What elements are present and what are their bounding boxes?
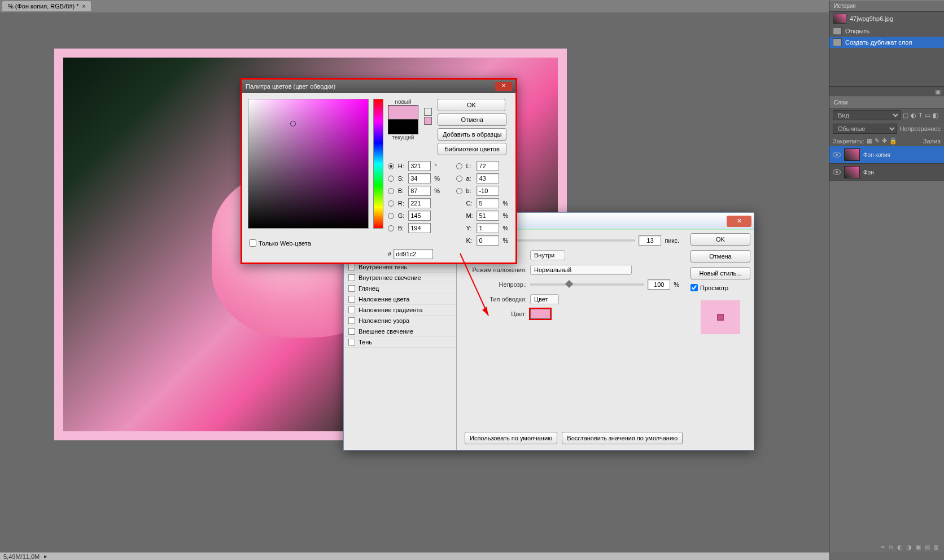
lock-brush-icon[interactable]: ✎ bbox=[875, 137, 880, 145]
effect-checkbox[interactable] bbox=[348, 296, 355, 303]
s-radio[interactable] bbox=[388, 176, 394, 182]
bright-input[interactable] bbox=[408, 186, 431, 196]
stroke-type-select[interactable]: Цвет bbox=[530, 294, 559, 304]
adjustment-icon[interactable]: ◑ bbox=[906, 544, 912, 551]
lock-position-icon[interactable]: ✥ bbox=[882, 137, 887, 145]
document-tab[interactable]: % (Фон копия, RGB/8#) * × bbox=[2, 1, 91, 11]
layer-row[interactable]: Фон bbox=[829, 164, 944, 181]
color-field[interactable] bbox=[248, 99, 369, 229]
effect-checkbox[interactable] bbox=[348, 274, 355, 281]
hex-input[interactable] bbox=[394, 249, 433, 259]
cancel-button[interactable]: Отмена bbox=[690, 250, 750, 262]
gamut-warning-icon[interactable] bbox=[424, 108, 432, 116]
effect-checkbox[interactable] bbox=[348, 285, 355, 292]
preview-check-input[interactable] bbox=[690, 284, 698, 291]
cancel-button[interactable]: Отмена bbox=[438, 113, 506, 126]
layer-style-effect-item[interactable]: Внутреннее свечение bbox=[344, 273, 456, 283]
new-color-swatch[interactable] bbox=[388, 105, 418, 120]
bv-radio[interactable] bbox=[388, 225, 394, 231]
y-input[interactable] bbox=[477, 223, 499, 233]
web-only-checkbox[interactable]: Только Web-цвета bbox=[249, 239, 311, 247]
add-swatch-button[interactable]: Добавить в образцы bbox=[438, 128, 506, 141]
r-input[interactable] bbox=[408, 198, 431, 208]
mask-icon[interactable]: ◐ bbox=[897, 544, 903, 551]
b-radio[interactable] bbox=[388, 188, 394, 194]
hue-slider[interactable] bbox=[373, 99, 383, 229]
web-only-check-input[interactable] bbox=[249, 239, 256, 247]
layer-style-effect-item[interactable]: Внешнее свечение bbox=[344, 326, 456, 337]
new-layer-icon[interactable]: ▤ bbox=[924, 544, 930, 551]
close-icon[interactable]: × bbox=[82, 3, 85, 10]
ok-button[interactable]: OK bbox=[690, 233, 750, 246]
position-select[interactable]: Внутри bbox=[530, 250, 565, 260]
current-color-swatch[interactable] bbox=[388, 120, 418, 134]
layer-style-effect-item[interactable]: Наложение градиента bbox=[344, 305, 456, 316]
effect-checkbox[interactable] bbox=[348, 339, 355, 345]
filter-text-icon[interactable]: T bbox=[919, 112, 923, 119]
blend-mode-select[interactable]: Нормальный bbox=[530, 265, 632, 275]
lab-b-radio[interactable] bbox=[456, 188, 462, 194]
filter-adjust-icon[interactable]: ◐ bbox=[911, 112, 916, 119]
layer-row[interactable]: Фон копия bbox=[829, 146, 944, 164]
a-input[interactable] bbox=[477, 173, 499, 183]
close-icon[interactable]: ✕ bbox=[727, 216, 751, 227]
layers-panel-header[interactable]: Слои bbox=[829, 97, 944, 108]
effect-checkbox[interactable] bbox=[348, 307, 355, 313]
history-file-row[interactable]: 47jwpg9hp6.jpg bbox=[829, 12, 944, 25]
blue-input[interactable] bbox=[408, 223, 431, 233]
l-input[interactable] bbox=[477, 161, 499, 171]
stroke-color-swatch[interactable] bbox=[530, 309, 550, 319]
layer-style-effect-item[interactable]: Наложение цвета bbox=[344, 294, 456, 305]
filter-shape-icon[interactable]: ▭ bbox=[925, 112, 930, 119]
k-input[interactable] bbox=[477, 235, 499, 246]
filter-pixel-icon[interactable]: ▢ bbox=[903, 112, 908, 119]
layer-style-effect-item[interactable]: Тень bbox=[344, 337, 456, 348]
size-input[interactable] bbox=[639, 235, 661, 246]
g-input[interactable] bbox=[408, 211, 431, 221]
g-radio[interactable] bbox=[388, 213, 394, 219]
filter-smart-icon[interactable]: ◧ bbox=[933, 112, 938, 119]
lock-transparent-icon[interactable]: ▦ bbox=[867, 137, 872, 145]
layer-style-effect-item[interactable]: Наложение узора bbox=[344, 316, 456, 326]
history-step[interactable]: Открыть bbox=[829, 25, 944, 37]
h-radio[interactable] bbox=[388, 163, 394, 169]
color-libraries-button[interactable]: Библиотеки цветов bbox=[438, 143, 506, 155]
h-input[interactable] bbox=[408, 161, 431, 171]
c-input[interactable] bbox=[477, 198, 499, 208]
group-icon[interactable]: ▣ bbox=[915, 544, 921, 551]
history-panel-header[interactable]: История bbox=[829, 0, 944, 12]
a-radio[interactable] bbox=[456, 176, 462, 182]
layer-name[interactable]: Фон копия bbox=[863, 152, 890, 158]
close-icon[interactable]: ✕ bbox=[495, 82, 512, 91]
fx-icon[interactable]: fx bbox=[889, 544, 894, 550]
layer-name[interactable]: Фон bbox=[863, 169, 874, 176]
l-radio[interactable] bbox=[456, 163, 462, 169]
websafe-icon[interactable] bbox=[424, 117, 432, 125]
visibility-icon[interactable] bbox=[833, 152, 841, 158]
opacity-slider[interactable] bbox=[530, 283, 644, 286]
link-icon[interactable]: ⚭ bbox=[880, 544, 885, 551]
color-picker-titlebar[interactable]: Палитра цветов (цвет обводки) ✕ bbox=[242, 80, 515, 93]
lock-all-icon[interactable]: 🔒 bbox=[889, 137, 897, 145]
effect-checkbox[interactable] bbox=[348, 328, 355, 335]
r-radio[interactable] bbox=[388, 200, 394, 207]
lab-b-input[interactable] bbox=[477, 186, 499, 196]
chevron-right-icon[interactable]: ▸ bbox=[44, 553, 47, 560]
visibility-icon[interactable] bbox=[833, 169, 841, 175]
effect-checkbox[interactable] bbox=[348, 317, 355, 324]
layer-filter-select[interactable]: Вид bbox=[833, 110, 901, 120]
right-panel-stack: История 47jwpg9hp6.jpg Открыть Создать д… bbox=[829, 0, 944, 552]
use-default-button[interactable]: Использовать по умолчанию bbox=[465, 432, 557, 444]
m-input[interactable] bbox=[477, 211, 499, 221]
new-snapshot-icon[interactable]: ▣ bbox=[935, 88, 941, 95]
new-style-button[interactable]: Новый стиль... bbox=[690, 267, 750, 279]
layer-style-effect-item[interactable]: Глянец bbox=[344, 283, 456, 294]
reset-default-button[interactable]: Восстановить значения по умолчанию bbox=[562, 432, 683, 444]
trash-icon[interactable]: 🗑 bbox=[933, 544, 939, 550]
blend-mode-select[interactable]: Обычные bbox=[833, 124, 897, 134]
opacity-input[interactable] bbox=[648, 279, 670, 290]
preview-checkbox[interactable]: Просмотр bbox=[690, 284, 750, 291]
ok-button[interactable]: OK bbox=[438, 99, 505, 111]
s-input[interactable] bbox=[408, 173, 431, 183]
history-step[interactable]: Создать дубликат слоя bbox=[829, 37, 944, 48]
